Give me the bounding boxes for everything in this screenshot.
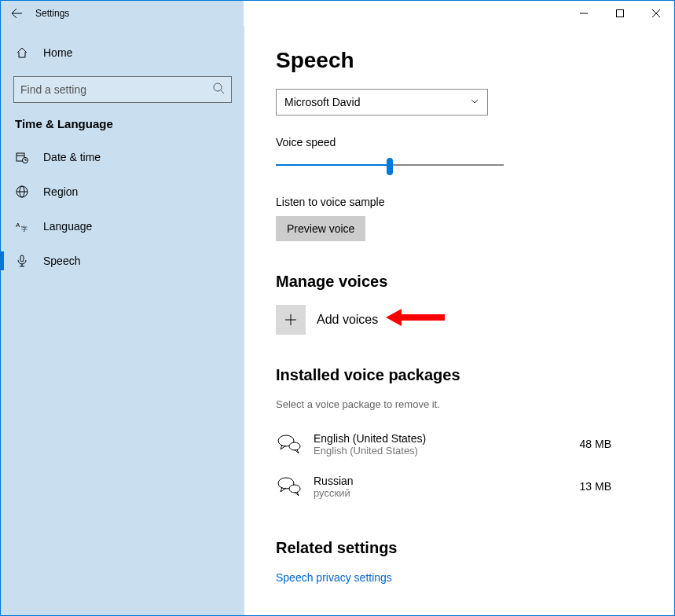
chevron-down-icon [470, 96, 479, 108]
globe-icon [15, 185, 29, 199]
add-voices-button[interactable]: Add voices [276, 305, 378, 335]
package-size: 48 MB [580, 438, 643, 450]
sidebar-item-region[interactable]: Region [1, 174, 244, 209]
svg-text:A: A [16, 222, 20, 229]
manage-voices-heading: Manage voices [276, 273, 643, 291]
category-header: Time & Language [1, 117, 244, 140]
voice-speed-label: Voice speed [276, 136, 643, 148]
search-icon [212, 82, 225, 97]
maximize-button[interactable] [602, 1, 638, 26]
installed-packages-heading: Installed voice packages [276, 366, 643, 384]
voice-package-row[interactable]: English (United States) English (United … [276, 423, 643, 465]
home-icon [15, 46, 29, 60]
calendar-clock-icon [15, 150, 29, 164]
page-title: Speech [276, 48, 643, 73]
svg-rect-1 [617, 10, 624, 17]
package-name: Russian [314, 475, 569, 487]
sidebar-item-label: Language [43, 220, 92, 233]
svg-point-4 [214, 83, 222, 91]
sidebar-item-speech[interactable]: Speech [1, 244, 244, 278]
language-icon: A字 [15, 219, 29, 233]
speech-privacy-link[interactable]: Speech privacy settings [276, 571, 643, 584]
svg-text:字: 字 [21, 226, 28, 233]
package-size: 13 MB [580, 480, 643, 493]
close-icon [652, 9, 660, 17]
minimize-button[interactable] [566, 1, 602, 26]
window-title: Settings [35, 8, 69, 19]
voice-select-value: Microsoft David [284, 96, 360, 108]
speech-bubble-icon [276, 431, 303, 457]
sidebar-item-date-time[interactable]: Date & time [1, 140, 244, 174]
titlebar: Settings [1, 1, 674, 26]
svg-point-24 [289, 485, 300, 493]
listen-label: Listen to voice sample [276, 196, 643, 208]
installed-packages-hint: Select a voice package to remove it. [276, 398, 643, 410]
sidebar-item-label: Region [43, 185, 78, 198]
home-label: Home [43, 46, 72, 59]
plus-icon [276, 305, 306, 335]
related-settings-heading: Related settings [276, 539, 643, 557]
svg-line-5 [221, 90, 224, 94]
slider-thumb[interactable] [387, 158, 393, 175]
settings-window: Settings Home Time & La [0, 0, 675, 616]
sidebar-item-label: Speech [43, 255, 80, 267]
sidebar-item-label: Date & time [43, 151, 101, 163]
svg-point-22 [289, 442, 300, 450]
voice-select[interactable]: Microsoft David [276, 89, 488, 116]
home-link[interactable]: Home [1, 35, 244, 70]
search-box[interactable] [13, 76, 232, 103]
minimize-icon [580, 9, 588, 17]
back-arrow-icon [10, 7, 23, 20]
maximize-icon [616, 9, 624, 17]
sidebar: Home Time & Language Date & time Region [1, 26, 244, 615]
preview-voice-button[interactable]: Preview voice [276, 216, 365, 241]
microphone-icon [15, 254, 29, 268]
add-voices-label: Add voices [317, 313, 378, 327]
svg-rect-16 [20, 255, 24, 262]
sidebar-item-language[interactable]: A字 Language [1, 209, 244, 244]
voice-package-row[interactable]: Russian русский 13 MB [276, 465, 643, 508]
content-pane: Speech Microsoft David Voice speed Liste… [244, 26, 674, 615]
speech-bubble-icon [276, 473, 303, 500]
package-name: English (United States) [314, 432, 569, 445]
voice-speed-slider[interactable] [276, 156, 504, 175]
search-input[interactable] [20, 83, 212, 96]
package-subtitle: русский [314, 487, 569, 499]
back-button[interactable] [1, 1, 32, 26]
close-button[interactable] [638, 1, 674, 26]
package-subtitle: English (United States) [314, 445, 569, 456]
